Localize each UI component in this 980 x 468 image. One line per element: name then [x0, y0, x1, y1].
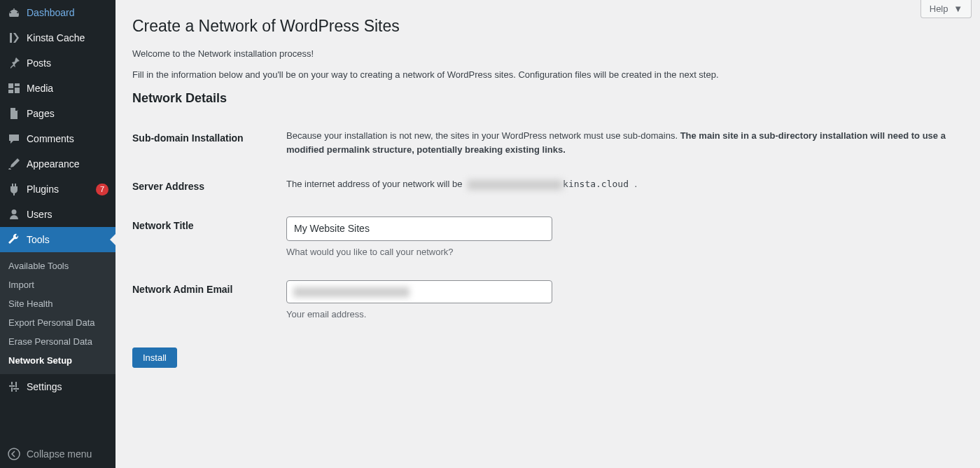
sidebar-label: Tools [27, 234, 108, 245]
sidebar-item-comments[interactable]: Comments [0, 126, 115, 151]
server-address-label: Server Address [132, 167, 286, 206]
main-content: Help ▼ Create a Network of WordPress Sit… [115, 0, 980, 468]
svg-point-0 [8, 448, 20, 460]
submenu-erase-personal-data[interactable]: Erase Personal Data [0, 332, 115, 351]
admin-email-label: Network Admin Email [132, 270, 286, 332]
admin-email-input[interactable] [286, 280, 552, 304]
server-address-value: The internet address of your network wil… [286, 167, 963, 206]
sidebar-label: Plugins [27, 184, 92, 195]
submenu-export-personal-data[interactable]: Export Personal Data [0, 313, 115, 332]
network-form: Sub-domain Installation Because your ins… [132, 118, 963, 332]
collapse-icon [7, 447, 21, 461]
wrench-icon [7, 233, 21, 247]
update-badge: 7 [96, 184, 108, 195]
network-title-input[interactable] [286, 216, 552, 241]
submenu-network-setup[interactable]: Network Setup [0, 351, 115, 370]
sidebar-item-plugins[interactable]: Plugins 7 [0, 177, 115, 202]
sidebar-item-posts[interactable]: Posts [0, 50, 115, 76]
subdomain-label: Sub-domain Installation [132, 118, 286, 167]
subdomain-description: Because your installation is not new, th… [286, 118, 963, 167]
redacted-email [294, 287, 410, 297]
media-icon [7, 81, 21, 95]
page-icon [7, 106, 21, 121]
sidebar-item-settings[interactable]: Settings [0, 374, 115, 399]
section-title: Network Details [132, 91, 963, 106]
redacted-subdomain [468, 180, 563, 190]
server-address-code: kinsta.cloud [465, 177, 632, 191]
sidebar-item-appearance[interactable]: Appearance [0, 151, 115, 177]
sidebar-label: Posts [27, 57, 108, 69]
network-title-label: Network Title [132, 206, 286, 270]
sidebar-label: Kinsta Cache [27, 32, 108, 43]
comment-icon [7, 132, 21, 146]
dashboard-icon [7, 6, 21, 20]
chevron-down-icon: ▼ [953, 4, 962, 14]
welcome-text: Welcome to the Network installation proc… [132, 47, 963, 61]
plug-icon [7, 182, 21, 196]
sidebar-item-users[interactable]: Users [0, 202, 115, 227]
sidebar-item-dashboard[interactable]: Dashboard [0, 0, 115, 25]
sidebar-label: Pages [27, 108, 108, 119]
fill-text: Fill in the information below and you'll… [132, 68, 963, 82]
sidebar-label: Comments [27, 133, 108, 144]
sidebar-item-tools[interactable]: Tools [0, 227, 115, 252]
user-icon [7, 207, 21, 221]
sidebar-item-kinsta-cache[interactable]: Kinsta Cache [0, 25, 115, 50]
page-title: Create a Network of WordPress Sites [132, 17, 963, 36]
sidebar-label: Appearance [27, 158, 108, 170]
sidebar-label: Dashboard [27, 7, 108, 18]
settings-icon [7, 380, 21, 394]
admin-sidebar: Dashboard Kinsta Cache Posts Media Pages… [0, 0, 115, 468]
collapse-menu[interactable]: Collapse menu [0, 440, 115, 468]
sidebar-label: Settings [27, 381, 108, 392]
sidebar-item-media[interactable]: Media [0, 76, 115, 101]
brush-icon [7, 157, 21, 171]
submenu-site-health[interactable]: Site Health [0, 294, 115, 313]
collapse-label: Collapse menu [27, 448, 92, 460]
pin-icon [7, 56, 21, 70]
kinsta-icon [7, 31, 21, 45]
network-title-help: What would you like to call your network… [286, 245, 956, 259]
sidebar-item-pages[interactable]: Pages [0, 101, 115, 126]
submenu-available-tools[interactable]: Available Tools [0, 256, 115, 275]
intro-text: Welcome to the Network installation proc… [132, 47, 963, 81]
admin-email-help: Your email address. [286, 308, 956, 322]
sidebar-label: Users [27, 209, 108, 220]
sidebar-label: Media [27, 83, 108, 94]
submenu-import[interactable]: Import [0, 275, 115, 294]
install-button[interactable]: Install [132, 347, 177, 368]
tools-submenu: Available Tools Import Site Health Expor… [0, 252, 115, 374]
help-tab[interactable]: Help ▼ [920, 0, 972, 18]
